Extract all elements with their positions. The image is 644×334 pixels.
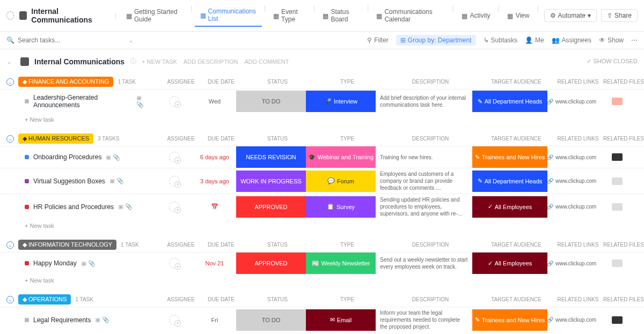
task-row[interactable]: Virtual Suggestion Boxes▣ 📎3 days agoWOR… xyxy=(0,168,644,194)
new-task-row[interactable]: + New task xyxy=(0,219,644,232)
assignee-add-icon[interactable] xyxy=(169,152,180,162)
file-badge xyxy=(612,259,623,267)
search-input[interactable] xyxy=(18,36,125,44)
due-date-cell[interactable]: 6 days ago xyxy=(193,154,236,160)
new-task-row[interactable]: + New task xyxy=(0,274,644,287)
new-task-button[interactable]: + NEW TASK xyxy=(142,58,177,65)
status-pill[interactable]: NEEDS REVISION xyxy=(236,146,306,168)
due-date-cell[interactable]: 📅 xyxy=(193,203,236,210)
filter-button[interactable]: ⚲ Filter xyxy=(367,36,389,44)
link-cell[interactable]: 🔗www.clickup.com xyxy=(547,204,596,210)
task-row[interactable]: Onboarding Procedures▣ 📎6 days agoNEEDS … xyxy=(0,146,644,168)
file-cell[interactable] xyxy=(596,98,639,105)
assignees-button[interactable]: 👥 Assignees xyxy=(552,36,591,44)
assignee-cell[interactable] xyxy=(156,258,193,269)
task-row[interactable]: Leadership-Generated Announcements▣ 📎Wed… xyxy=(0,89,644,113)
me-button[interactable]: 👤 Me xyxy=(525,36,544,44)
status-pill[interactable]: APPROVED xyxy=(236,253,306,274)
task-name[interactable]: Legal Requirements xyxy=(33,316,91,324)
assignee-add-icon[interactable] xyxy=(169,176,180,187)
group-chip[interactable]: ◆ Finance and Accounting xyxy=(18,77,113,87)
view-tab[interactable]: ▦Event Type xyxy=(268,4,311,27)
status-pill[interactable]: TO DO xyxy=(236,91,306,112)
file-cell[interactable] xyxy=(596,259,639,267)
task-name[interactable]: Virtual Suggestion Boxes xyxy=(33,177,105,185)
type-pill[interactable]: 📰 Weekly Newsletter xyxy=(306,253,376,274)
task-row[interactable]: Legal Requirements▣ 📎FriTO DO✉ EmailInfo… xyxy=(0,307,644,332)
subtasks-button[interactable]: ↳ Subtasks xyxy=(484,36,517,44)
show-closed-button[interactable]: ✓ SHOW CLOSED xyxy=(587,58,638,65)
link-cell[interactable]: 🔗www.clickup.com xyxy=(547,154,596,160)
assignee-cell[interactable] xyxy=(156,176,193,187)
link-cell[interactable]: 🔗www.clickup.com xyxy=(547,178,596,184)
collapse-icon[interactable]: ⌄ xyxy=(6,78,14,86)
audience-pill[interactable]: ✓ All Employees xyxy=(472,196,547,218)
status-pill[interactable]: TO DO xyxy=(236,309,306,331)
collapse-icon[interactable]: ⌄ xyxy=(6,135,14,143)
task-name[interactable]: Onboarding Procedures xyxy=(33,153,101,161)
group-by-button[interactable]: ⊞ Group by: Department xyxy=(396,35,476,46)
assignee-cell[interactable] xyxy=(156,315,193,325)
task-row[interactable]: Happy Monday▣ 📎Nov 21APPROVED📰 Weekly Ne… xyxy=(0,252,644,274)
file-cell[interactable] xyxy=(596,177,639,185)
assignee-add-icon[interactable] xyxy=(169,258,180,269)
type-pill[interactable]: 🎓 Webinar and Training xyxy=(306,146,376,168)
group-chip[interactable]: ◆ Human Resources xyxy=(18,133,93,144)
view-tab[interactable]: ▦Communications List xyxy=(195,4,262,27)
assignee-cell[interactable] xyxy=(156,96,193,107)
view-label: View xyxy=(516,12,530,19)
group-chip[interactable]: ◆ Operations xyxy=(18,294,71,305)
file-cell[interactable] xyxy=(596,316,639,324)
type-pill[interactable]: 💬 Forum xyxy=(306,170,376,192)
collapse-icon[interactable]: ⌄ xyxy=(6,241,14,249)
group-chip[interactable]: ◆ Information Technology xyxy=(18,240,116,250)
status-pill[interactable]: WORK IN PROGRESS xyxy=(236,170,306,192)
task-row[interactable]: HR Policies and Procedures▣ 📎📅APPROVED📋 … xyxy=(0,194,644,219)
assignee-cell[interactable] xyxy=(156,202,193,212)
add-description-button[interactable]: ADD DESCRIPTION xyxy=(184,58,238,65)
view-tab[interactable]: ▦Communications Calendar xyxy=(371,4,450,27)
task-name[interactable]: Happy Monday xyxy=(33,259,77,267)
file-cell[interactable] xyxy=(596,153,639,161)
share-button[interactable]: ⇪ Share xyxy=(601,9,638,22)
link-cell[interactable]: 🔗www.clickup.com xyxy=(547,317,596,323)
col-related-links: RELATED LINKS xyxy=(554,79,602,85)
group: ⌄◆ Operations1 TASKASSIGNEEDUE DATESTATU… xyxy=(0,292,644,334)
new-task-row[interactable]: + New task xyxy=(0,113,644,126)
status-pill[interactable]: APPROVED xyxy=(236,196,306,218)
audience-pill[interactable]: ✎ Trainees and New Hires xyxy=(472,309,547,331)
view-tab[interactable]: ▦View xyxy=(502,4,535,27)
assignee-add-icon[interactable] xyxy=(169,96,180,107)
assignee-add-icon[interactable] xyxy=(169,202,180,212)
show-button[interactable]: 👁 Show xyxy=(599,36,624,44)
due-date-cell[interactable]: Nov 21 xyxy=(193,260,236,266)
view-tab[interactable]: ▦Activity xyxy=(456,4,496,27)
type-pill[interactable]: 📋 Survey xyxy=(306,196,376,218)
automate-button[interactable]: ⚙ Automate ▾ xyxy=(544,9,597,22)
task-name[interactable]: Leadership-Generated Announcements xyxy=(33,94,132,109)
task-name[interactable]: HR Policies and Procedures xyxy=(33,203,114,211)
file-cell[interactable] xyxy=(596,203,639,211)
due-date-cell[interactable]: 3 days ago xyxy=(193,178,236,184)
view-tab[interactable]: ▦Status Board xyxy=(317,4,365,27)
due-date-cell[interactable]: Fri xyxy=(193,317,236,323)
assignee-add-icon[interactable] xyxy=(169,315,180,325)
assignee-cell[interactable] xyxy=(156,152,193,162)
due-date-cell[interactable]: Wed xyxy=(193,98,236,105)
view-tab[interactable]: ▦Getting Started Guide xyxy=(121,4,189,27)
link-cell[interactable]: 🔗www.clickup.com xyxy=(547,261,596,266)
type-pill[interactable]: 🎤 Interview xyxy=(306,91,376,112)
link-cell[interactable]: 🔗www.clickup.com xyxy=(547,99,596,105)
info-icon[interactable]: ⓘ xyxy=(130,57,136,66)
collapse-all-icon[interactable]: ⌄ xyxy=(6,58,12,65)
audience-pill[interactable]: ✎ Trainees and New Hires xyxy=(472,146,547,168)
chevron-down-icon[interactable]: ⌄ xyxy=(128,36,134,44)
add-comment-button[interactable]: ADD COMMENT xyxy=(244,58,289,65)
audience-pill[interactable]: ✎ All Department Heads xyxy=(472,91,547,112)
search-box[interactable]: 🔍 ⌄ xyxy=(6,36,362,44)
more-icon[interactable]: ⋯ xyxy=(631,36,638,44)
collapse-icon[interactable]: ⌄ xyxy=(6,296,14,303)
type-pill[interactable]: ✉ Email xyxy=(306,309,376,331)
audience-pill[interactable]: ✎ All Department Heads xyxy=(472,170,547,192)
audience-pill[interactable]: ✓ All Employees xyxy=(472,253,547,274)
